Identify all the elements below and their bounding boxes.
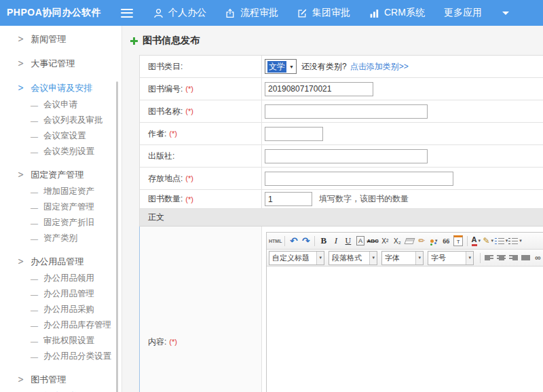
app-logo: PHPOA协同办公软件 xyxy=(0,7,121,19)
paste-word-button[interactable]: T xyxy=(453,235,464,247)
strikethrough-button[interactable]: ABC xyxy=(367,235,378,247)
sidebar-item-supplies-manage[interactable]: — 办公用品管理 xyxy=(0,286,121,302)
editor-toolbar-row1: HTML ↶ ↷ B I U A ABC X² X₂ xyxy=(267,233,543,250)
more-apps-caret[interactable] xyxy=(501,12,509,15)
sidebar-item-asset-mgmt[interactable]: > 固定资产管理 xyxy=(0,165,121,184)
sidebar-scrollbar[interactable] xyxy=(116,81,118,392)
sidebar-item-memorabilia-mgmt[interactable]: > 大事记管理 xyxy=(0,54,121,73)
redo-button[interactable]: ↷ xyxy=(300,235,312,247)
align-center-button[interactable] xyxy=(495,252,507,264)
caret-down-icon: ▾ xyxy=(316,252,324,264)
book-form: 图书类目: 文学 ▼ 还没有类别? 点击添加类别>> 图书编号: (*) xyxy=(139,55,543,392)
location-input[interactable] xyxy=(265,172,453,186)
sidebar-item-meeting-apply[interactable]: — 会议申请 xyxy=(0,97,121,113)
font-color-button[interactable]: A▾ xyxy=(470,235,482,247)
eraser-button[interactable] xyxy=(404,235,415,247)
sidebar-item-meeting-category[interactable]: — 会议类别设置 xyxy=(0,144,121,159)
sidebar-item-label: 图书管理 xyxy=(31,374,66,386)
hamburger-menu-icon[interactable] xyxy=(121,9,133,18)
sidebar-item-label: 办公用品管理 xyxy=(43,288,94,300)
align-right-icon xyxy=(509,254,518,262)
sidebar-item-label: 资产类别 xyxy=(43,233,77,244)
paragraph-dropdown[interactable]: 段落格式▾ xyxy=(329,251,377,265)
superscript-button[interactable]: X² xyxy=(379,235,391,247)
sidebar-item-meeting-room[interactable]: — 会议室设置 xyxy=(0,128,121,144)
nav-group-approval[interactable]: 集团审批 xyxy=(297,7,350,19)
nav-label: 个人办公 xyxy=(168,7,206,19)
sidebar-item-label: 会议室设置 xyxy=(43,130,86,142)
typeset-icon xyxy=(430,239,434,243)
nav-crm-system[interactable]: CRM系统 xyxy=(369,7,425,19)
editor-content-area[interactable] xyxy=(267,267,543,392)
field-label: 图书类目: xyxy=(148,61,183,73)
dash-icon: — xyxy=(31,203,38,212)
align-left-button[interactable] xyxy=(483,252,495,264)
chevron-right-icon: > xyxy=(18,33,24,45)
subscript-button[interactable]: X₂ xyxy=(392,235,403,247)
sidebar-item-asset-add[interactable]: — 增加固定资产 xyxy=(0,184,121,199)
sidebar-item-new-book[interactable]: — 新建图书 xyxy=(0,389,121,392)
chevron-right-icon: > xyxy=(18,82,24,94)
author-input[interactable] xyxy=(265,127,323,141)
italic-button[interactable]: I xyxy=(330,235,341,247)
format-painter-button[interactable]: ✏ xyxy=(416,235,428,247)
rich-text-editor: HTML ↶ ↷ B I U A ABC X² X₂ xyxy=(262,227,543,392)
unordered-list-button[interactable]: ▾ xyxy=(508,235,522,247)
dash-icon: — xyxy=(31,188,38,196)
caret-down-icon: ▾ xyxy=(369,252,377,264)
sidebar-item-asset-category[interactable]: — 资产类别 xyxy=(0,231,121,246)
heading-dropdown[interactable]: 自定义标题▾ xyxy=(269,251,324,265)
sidebar-item-supplies-claim[interactable]: — 办公用品领用 xyxy=(0,271,121,286)
sidebar-item-label: 会议列表及审批 xyxy=(43,115,103,126)
bold-button[interactable]: B xyxy=(318,235,329,247)
chevron-right-icon: > xyxy=(18,256,24,267)
nav-workflow-approval[interactable]: 流程审批 xyxy=(225,7,278,19)
caret-down-icon: ▾ xyxy=(415,252,423,264)
category-select[interactable]: 文学 ▼ xyxy=(265,59,297,74)
page-title-text: 图书信息发布 xyxy=(143,35,200,47)
quantity-input[interactable] xyxy=(265,192,312,206)
font-border-button[interactable]: A xyxy=(356,236,364,246)
publisher-input[interactable] xyxy=(265,149,428,163)
blockquote-button[interactable]: 66 xyxy=(441,235,452,247)
sidebar-item-approval-permission[interactable]: — 审批权限设置 xyxy=(0,333,121,349)
sidebar-item-news-mgmt[interactable]: > 新闻管理 xyxy=(0,30,121,48)
align-justify-button[interactable] xyxy=(520,252,531,264)
sidebar-item-asset-depreciation[interactable]: — 固定资产折旧 xyxy=(0,215,121,231)
add-category-link[interactable]: 点击添加类别>> xyxy=(350,61,409,73)
edit-icon xyxy=(297,8,307,18)
sidebar-item-asset-manage[interactable]: — 固定资产管理 xyxy=(0,199,121,215)
font-dropdown[interactable]: 字体▾ xyxy=(381,251,424,265)
auto-typeset-button[interactable]: ▾ xyxy=(428,235,440,247)
book-number-input[interactable] xyxy=(265,82,373,96)
form-row-content: 内容: (*) HTML ↶ ↷ B I xyxy=(139,227,543,392)
highlight-button[interactable]: ✎▾ xyxy=(483,235,494,247)
ordered-list-button[interactable]: ▾ xyxy=(495,235,508,247)
sidebar-item-supplies-inventory[interactable]: — 办公用品库存管理 xyxy=(0,317,121,333)
underline-button[interactable]: U xyxy=(342,235,354,247)
caret-down-icon: ▼ xyxy=(289,64,294,69)
sidebar-item-supplies-category[interactable]: — 办公用品分类设置 xyxy=(0,349,121,364)
quantity-hint: 填写数字，该图书的数量 xyxy=(319,193,409,205)
html-source-button[interactable]: HTML xyxy=(269,235,282,247)
required-mark: (*) xyxy=(185,107,193,115)
form-row-location: 存放地点: (*) xyxy=(139,168,543,190)
form-row-book-number: 图书编号: (*) xyxy=(139,78,543,100)
font-size-dropdown[interactable]: 字号▾ xyxy=(428,251,474,265)
align-left-icon xyxy=(485,254,493,262)
sidebar-item-supplies-purchase[interactable]: — 办公用品采购 xyxy=(0,302,121,317)
caret-down-icon xyxy=(502,12,509,15)
paragraph-dropdown-value: 段落格式 xyxy=(332,253,362,263)
caret-down-icon: ▾ xyxy=(479,238,481,243)
sidebar-item-meeting-mgmt[interactable]: > 会议申请及安排 xyxy=(0,79,121,97)
book-name-input[interactable] xyxy=(265,104,428,119)
category-note: 还没有类别? xyxy=(301,61,347,73)
insert-link-button[interactable]: ∞ xyxy=(532,252,543,264)
sidebar-item-supplies-mgmt[interactable]: > 办公用品管理 xyxy=(0,252,121,271)
nav-personal-office[interactable]: 个人办公 xyxy=(153,7,206,19)
sidebar-item-meeting-list[interactable]: — 会议列表及审批 xyxy=(0,113,121,128)
align-right-button[interactable] xyxy=(508,252,519,264)
sidebar-item-book-mgmt[interactable]: > 图书管理 xyxy=(0,370,121,389)
undo-button[interactable]: ↶ xyxy=(288,235,299,247)
nav-more-apps[interactable]: 更多应用 xyxy=(444,7,482,19)
